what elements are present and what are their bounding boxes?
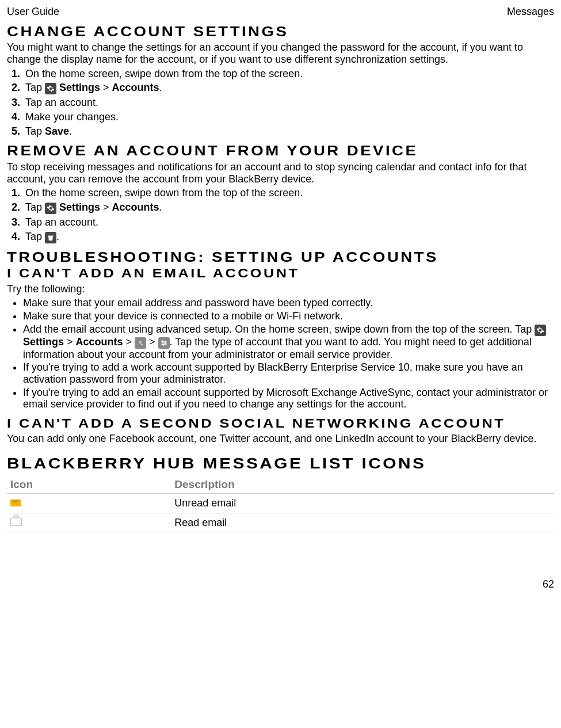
remove-step-3: Tap an account. xyxy=(23,216,554,228)
add-account-icon: @+ xyxy=(135,337,146,349)
change-steps: On the home screen, swipe down from the … xyxy=(7,68,554,138)
svg-point-6 xyxy=(165,342,166,344)
page-number: 62 xyxy=(7,578,554,590)
gear-icon xyxy=(45,203,56,214)
change-step-5: Tap Save. xyxy=(23,125,554,138)
troubleshoot-title: Troubleshooting: Setting up accounts xyxy=(7,249,561,265)
advanced-settings-icon xyxy=(158,337,170,349)
remove-step-4: Tap . xyxy=(23,231,554,243)
change-step-3: Tap an account. xyxy=(23,97,554,109)
col-desc: Description xyxy=(171,476,554,493)
gear-icon xyxy=(45,83,56,94)
tb-bullet-1: Make sure that your email address and pa… xyxy=(23,297,554,309)
row1-desc: Unread email xyxy=(171,493,554,513)
tb-bullet-2: Make sure that your device is connected … xyxy=(23,310,554,322)
troubleshoot-bullets: Make sure that your email address and pa… xyxy=(7,297,554,410)
change-intro: You might want to change the settings fo… xyxy=(7,41,554,65)
header-right: Messages xyxy=(507,6,554,18)
gear-icon xyxy=(535,325,546,336)
change-step-4: Make your changes. xyxy=(23,111,554,123)
tb-bullet-3: Add the email account using advanced set… xyxy=(23,323,554,361)
change-step-2: Tap Settings > Accounts. xyxy=(23,82,554,94)
svg-text:+: + xyxy=(141,342,143,346)
troubleshoot-sub2: I can't add a second social networking a… xyxy=(7,416,561,430)
trash-icon xyxy=(45,232,56,243)
remove-title: Remove an account from your device xyxy=(7,143,561,159)
unread-email-icon xyxy=(10,500,21,506)
col-icon: Icon xyxy=(7,476,171,493)
svg-point-7 xyxy=(162,344,163,345)
remove-step-1: On the home screen, swipe down from the … xyxy=(23,187,554,199)
icons-title: BlackBerry Hub message list icons xyxy=(7,455,561,472)
row2-desc: Read email xyxy=(171,513,554,532)
try-text: Try the following: xyxy=(7,283,554,295)
remove-steps: On the home screen, swipe down from the … xyxy=(7,187,554,243)
page-header: User Guide Messages xyxy=(7,6,554,18)
svg-point-5 xyxy=(162,341,163,342)
change-title: Change account settings xyxy=(7,24,561,40)
icons-table: Icon Description Unread email Read email xyxy=(7,476,554,532)
troubleshoot-sub1: I can't add an email account xyxy=(7,266,561,280)
remove-intro: To stop receiving messages and notificat… xyxy=(7,161,554,185)
table-row: Unread email xyxy=(7,493,554,513)
remove-step-2: Tap Settings > Accounts. xyxy=(23,201,554,214)
table-row: Read email xyxy=(7,513,554,532)
tb-bullet-5: If you're trying to add an email account… xyxy=(23,387,554,410)
header-left: User Guide xyxy=(7,6,59,18)
read-email-icon xyxy=(10,518,22,526)
social-text: You can add only one Facebook account, o… xyxy=(7,433,554,445)
tb-bullet-4: If you're trying to add a work account s… xyxy=(23,361,554,385)
change-step-1: On the home screen, swipe down from the … xyxy=(23,68,554,80)
